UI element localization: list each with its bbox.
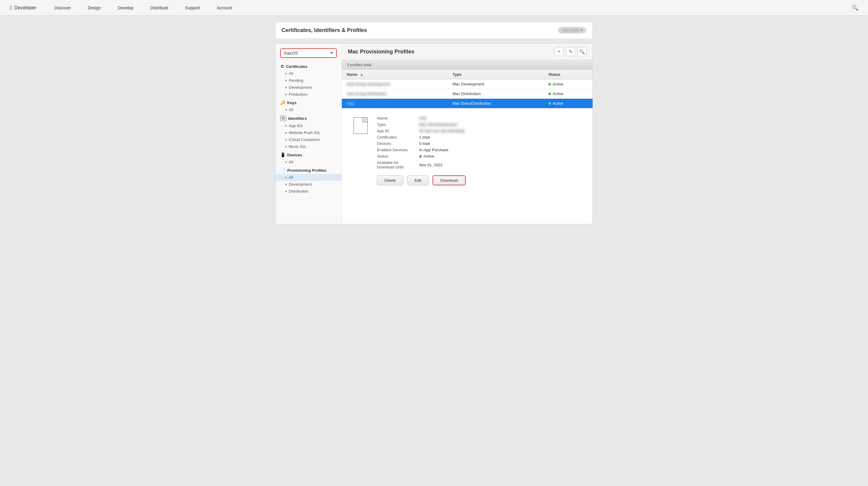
row2-name: Hub Group Distribution — [342, 89, 447, 99]
row2-name-text: Hub Group Distribution — [347, 92, 386, 96]
provisioning-development-label: Development — [289, 182, 312, 187]
row1-name-text: Hub Group Development — [347, 82, 390, 86]
detail-panel: Name: Hub Type: Mac DirectDistribution A… — [342, 108, 593, 193]
detail-devices-row: Devices: 0 total — [377, 141, 583, 146]
sidebar-item-keys-all[interactable]: All — [275, 106, 342, 113]
appid-value-text: ID Hub com.dev.MacNinja — [419, 129, 465, 133]
search-icon[interactable]: 🔍 — [852, 4, 858, 11]
sidebar-section-keys: 🔑 Keys All — [275, 99, 342, 113]
user-pill[interactable]: User Name ▾ — [558, 27, 587, 33]
sidebar-item-devices-all[interactable]: All — [275, 159, 342, 165]
apple-logo-icon:  — [10, 4, 12, 11]
detail-info: Name: Hub Type: Mac DirectDistribution A… — [377, 116, 583, 185]
provisioning-section-title: 📄 Provisioning Profiles — [275, 167, 342, 174]
col-name[interactable]: Name ▲ — [342, 70, 447, 79]
bullet-icon — [285, 184, 287, 185]
devices-all-label: All — [289, 160, 293, 164]
sidebar-item-provisioning-development[interactable]: Development — [275, 181, 342, 188]
bullet-icon — [285, 161, 287, 163]
sidebar-section-devices: 📱 Devices All — [275, 151, 342, 165]
logo-area:  Developer — [10, 4, 36, 11]
nav-discover[interactable]: Discover — [46, 0, 79, 16]
top-navigation:  Developer Discover Design Develop Dist… — [0, 0, 868, 16]
website-push-ids-label: Website Push IDs — [289, 130, 320, 135]
platform-select-wrapper: macOS iOS tvOS watchOS — [275, 48, 342, 63]
sidebar-item-website-push-ids[interactable]: Website Push IDs — [275, 129, 342, 136]
pencil-icon: ✎ — [569, 49, 572, 55]
col-name-label: Name — [347, 72, 357, 77]
row2-status: Active — [544, 89, 593, 99]
col-status[interactable]: Status — [544, 70, 593, 79]
bullet-icon — [285, 109, 287, 111]
col-type-label: Type — [453, 72, 461, 77]
status-active-dot — [549, 83, 551, 86]
type-label: Type: — [377, 122, 419, 127]
cert-production-label: Production — [289, 92, 307, 97]
main-content: macOS iOS tvOS watchOS ⚙ Certificates Al… — [275, 43, 593, 224]
search-profiles-button[interactable]: 🔍 — [578, 47, 587, 56]
table-row[interactable]: Hub Group Distribution Mac Distribution … — [342, 89, 593, 99]
sidebar-item-cert-development[interactable]: Development — [275, 84, 342, 91]
sidebar-item-cert-all[interactable]: All — [275, 70, 342, 77]
sidebar-item-cert-production[interactable]: Production — [275, 91, 342, 98]
sidebar-item-music-ids[interactable]: Music IDs — [275, 143, 342, 150]
brand-name: Developer — [14, 5, 36, 10]
edit-profile-button[interactable]: ✎ — [566, 47, 575, 56]
plus-icon: + — [558, 49, 560, 54]
col-type[interactable]: Type — [447, 70, 543, 79]
services-value: In-App Purchase — [419, 148, 448, 152]
certs-value: 1 total — [419, 135, 430, 139]
available-label: Available forDownload Until: — [377, 160, 419, 169]
nav-support[interactable]: Support — [177, 0, 208, 16]
sidebar-section-identifiers: ID Identifiers App IDs Website Push IDs … — [275, 115, 342, 150]
add-profile-button[interactable]: + — [555, 47, 564, 56]
devices-label: Devices: — [377, 141, 419, 146]
table-row[interactable]: Hub Group Development Mac Development Ac… — [342, 79, 593, 89]
sidebar-item-provisioning-all[interactable]: All — [275, 174, 342, 181]
name-value-text: Hub — [419, 116, 427, 121]
bullet-icon — [285, 139, 287, 141]
download-button[interactable]: Download — [433, 175, 466, 185]
sidebar: macOS iOS tvOS watchOS ⚙ Certificates Al… — [275, 43, 342, 224]
appid-value: ID Hub com.dev.MacNinja — [419, 129, 465, 133]
sidebar-item-app-ids[interactable]: App IDs — [275, 122, 342, 129]
nav-distribute[interactable]: Distribute — [142, 0, 177, 16]
row3-name: Hub — [342, 99, 447, 108]
status-label: Status: — [377, 154, 419, 159]
sidebar-item-provisioning-distribution[interactable]: Distribution — [275, 188, 342, 195]
user-pill-text: User Name — [561, 28, 580, 32]
key-icon: 🔑 — [280, 100, 285, 105]
provisioning-distribution-label: Distribution — [289, 189, 308, 194]
edit-button[interactable]: Edit — [407, 175, 429, 185]
type-value-text: Mac DirectDistribution — [419, 122, 458, 127]
doc-icon: 📄 — [280, 168, 285, 173]
name-value: Hub — [419, 116, 427, 121]
row3-name-text: Hub — [347, 101, 354, 106]
nav-design[interactable]: Design — [80, 0, 110, 16]
status-dot-icon — [419, 155, 422, 158]
device-icon: 📱 — [280, 153, 285, 157]
delete-button[interactable]: Delete — [377, 175, 403, 185]
status-value-text: Active — [424, 154, 434, 159]
row1-type: Mac Development — [447, 79, 543, 89]
sidebar-item-cert-pending[interactable]: Pending — [275, 77, 342, 84]
nav-develop[interactable]: Develop — [109, 0, 142, 16]
name-label: Name: — [377, 116, 419, 121]
cert-development-label: Development — [289, 85, 312, 90]
sidebar-section-certificates: ⚙ Certificates All Pending Development — [275, 63, 342, 98]
devices-label: Devices — [287, 153, 302, 157]
page-title: Certificates, Identifiers & Profiles — [281, 27, 367, 33]
nav-account[interactable]: Account — [208, 0, 241, 16]
detail-certs-row: Certificates: 1 total — [377, 135, 583, 139]
col-status-label: Status — [549, 72, 561, 77]
platform-select[interactable]: macOS iOS tvOS watchOS — [280, 48, 337, 58]
provisioning-label: Provisioning Profiles — [287, 168, 327, 173]
table-row-selected[interactable]: Hub Mac DirectDistribution Active — [342, 99, 593, 108]
detail-type-row: Type: Mac DirectDistribution — [377, 122, 583, 127]
row3-type: Mac DirectDistribution — [447, 99, 543, 108]
sidebar-item-icloud-containers[interactable]: iCloud Containers — [275, 136, 342, 143]
identifiers-label: Identifiers — [288, 116, 307, 121]
type-value: Mac DirectDistribution — [419, 122, 458, 127]
search-icon: 🔍 — [579, 49, 585, 55]
file-icon-wrapper — [351, 116, 370, 185]
